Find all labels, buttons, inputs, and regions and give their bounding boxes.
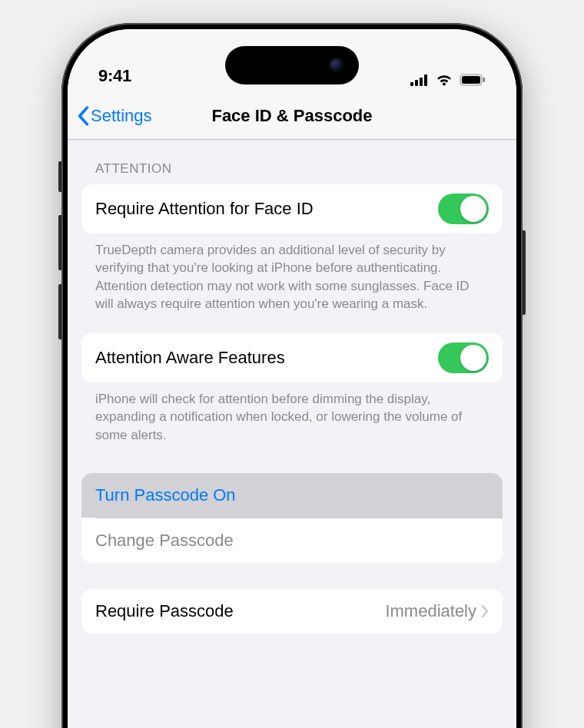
dynamic-island bbox=[225, 46, 359, 84]
attention-aware-label: Attention Aware Features bbox=[95, 348, 285, 368]
attention-aware-toggle[interactable] bbox=[438, 342, 489, 373]
passcode-group: Turn Passcode On Change Passcode bbox=[81, 473, 503, 563]
change-passcode-cell[interactable]: Change Passcode bbox=[81, 518, 503, 563]
chevron-left-icon bbox=[77, 106, 89, 126]
require-attention-toggle[interactable] bbox=[438, 194, 489, 224]
require-passcode-group: Require Passcode Immediately bbox=[81, 589, 503, 634]
back-button[interactable]: Settings bbox=[77, 106, 152, 126]
front-camera-icon bbox=[330, 58, 343, 72]
status-icons bbox=[410, 74, 486, 86]
side-button bbox=[523, 230, 526, 315]
attention-group-2: Attention Aware Features bbox=[81, 333, 503, 382]
ringer-switch bbox=[58, 161, 61, 192]
svg-rect-6 bbox=[462, 76, 480, 84]
svg-rect-3 bbox=[424, 74, 427, 86]
status-time: 9:41 bbox=[98, 66, 131, 86]
svg-rect-7 bbox=[483, 78, 486, 82]
attention-aware-footer: iPhone will check for attention before d… bbox=[81, 382, 503, 447]
require-passcode-value: Immediately bbox=[385, 601, 476, 621]
turn-passcode-on-label: Turn Passcode On bbox=[95, 485, 236, 505]
back-label: Settings bbox=[91, 106, 152, 126]
svg-rect-1 bbox=[415, 80, 418, 86]
battery-icon bbox=[460, 74, 486, 86]
cellular-signal-icon bbox=[410, 74, 429, 86]
iphone-device-frame: 9:41 bbox=[61, 23, 523, 728]
attention-group-1: Require Attention for Face ID bbox=[81, 184, 503, 233]
require-passcode-cell[interactable]: Require Passcode Immediately bbox=[81, 589, 503, 634]
volume-down-button bbox=[58, 284, 61, 339]
svg-rect-0 bbox=[410, 82, 413, 86]
wifi-icon bbox=[436, 74, 453, 86]
require-attention-footer: TrueDepth camera provides an additional … bbox=[81, 233, 503, 316]
turn-passcode-on-cell[interactable]: Turn Passcode On bbox=[81, 473, 503, 518]
require-passcode-label: Require Passcode bbox=[95, 601, 234, 621]
require-attention-cell[interactable]: Require Attention for Face ID bbox=[81, 184, 503, 233]
change-passcode-label: Change Passcode bbox=[95, 531, 234, 551]
volume-up-button bbox=[58, 215, 61, 270]
svg-point-4 bbox=[443, 82, 446, 85]
chevron-right-icon bbox=[481, 604, 489, 618]
svg-rect-2 bbox=[420, 78, 423, 86]
settings-content: ATTENTION Require Attention for Face ID … bbox=[68, 140, 516, 634]
section-header-attention: ATTENTION bbox=[81, 140, 503, 184]
screen: 9:41 bbox=[68, 29, 516, 728]
navigation-bar: Settings Face ID & Passcode bbox=[68, 92, 516, 140]
attention-aware-cell[interactable]: Attention Aware Features bbox=[81, 333, 503, 382]
require-attention-label: Require Attention for Face ID bbox=[95, 199, 314, 219]
page-title: Face ID & Passcode bbox=[211, 106, 372, 126]
